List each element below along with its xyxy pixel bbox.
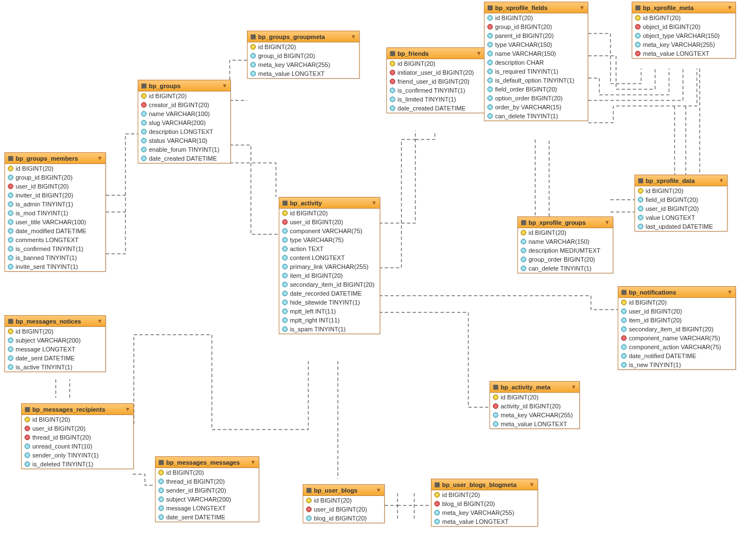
column-row[interactable]: is_default_option TINYINT(1) — [484, 76, 588, 85]
column-row[interactable]: thread_id BIGINT(20) — [22, 433, 133, 442]
column-row[interactable]: can_delete TINYINT(1) — [518, 264, 613, 273]
table-bp_activity_meta[interactable]: ▦bp_activity_meta▼id BIGINT(20)activity_… — [490, 381, 580, 429]
column-row[interactable]: object_type VARCHAR(150) — [632, 31, 735, 40]
column-row[interactable]: id BIGINT(20) — [22, 415, 133, 424]
column-row[interactable]: field_id BIGINT(20) — [635, 195, 727, 204]
column-row[interactable]: description MEDIUMTEXT — [518, 246, 613, 255]
column-row[interactable]: unread_count INT(10) — [22, 442, 133, 451]
table-header[interactable]: ▦bp_messages_messages▼ — [156, 457, 259, 468]
column-row[interactable]: user_id BIGINT(20) — [303, 505, 384, 514]
column-row[interactable]: meta_key VARCHAR(255) — [490, 411, 579, 420]
column-row[interactable]: user_id BIGINT(20) — [635, 204, 727, 213]
table-header[interactable]: ▦bp_messages_notices▼ — [5, 316, 105, 327]
column-row[interactable]: sender_only TINYINT(1) — [22, 451, 133, 460]
column-row[interactable]: id BIGINT(20) — [156, 468, 259, 477]
column-row[interactable]: date_sent DATETIME — [5, 354, 105, 363]
column-row[interactable]: id BIGINT(20) — [138, 91, 230, 100]
table-header[interactable]: ▦bp_xprofile_groups▼ — [518, 217, 613, 228]
column-row[interactable]: slug VARCHAR(200) — [138, 118, 230, 127]
column-row[interactable]: initiator_user_id BIGINT(20) — [387, 68, 484, 77]
column-row[interactable]: enable_forum TINYINT(1) — [138, 145, 230, 154]
collapse-icon[interactable]: ▼ — [250, 459, 256, 465]
collapse-icon[interactable]: ▼ — [476, 50, 482, 56]
column-row[interactable]: user_id BIGINT(20) — [279, 218, 380, 226]
table-bp_user_blogs[interactable]: ▦bp_user_blogs▼id BIGINT(20)user_id BIGI… — [303, 484, 385, 523]
column-row[interactable]: thread_id BIGINT(20) — [156, 477, 259, 486]
column-row[interactable]: object_id BIGINT(20) — [632, 22, 735, 31]
column-row[interactable]: component_name VARCHAR(75) — [618, 334, 735, 343]
column-row[interactable]: name VARCHAR(150) — [484, 49, 588, 58]
column-row[interactable]: id BIGINT(20) — [248, 42, 359, 51]
collapse-icon[interactable]: ▼ — [529, 481, 535, 488]
column-row[interactable]: inviter_id BIGINT(20) — [5, 191, 105, 200]
column-row[interactable]: is_new TINYINT(1) — [618, 360, 735, 369]
column-row[interactable]: item_id BIGINT(20) — [279, 271, 380, 280]
table-bp_notifications[interactable]: ▦bp_notifications▼id BIGINT(20)user_id B… — [618, 286, 736, 370]
table-header[interactable]: ▦bp_messages_recipients▼ — [22, 404, 133, 415]
column-row[interactable]: message LONGTEXT — [5, 345, 105, 354]
collapse-icon[interactable]: ▼ — [125, 406, 130, 412]
collapse-icon[interactable]: ▼ — [97, 155, 103, 161]
table-bp_messages_messages[interactable]: ▦bp_messages_messages▼id BIGINT(20)threa… — [155, 456, 259, 522]
table-header[interactable]: ▦bp_xprofile_fields▼ — [484, 2, 588, 13]
column-row[interactable]: friend_user_id BIGINT(20) — [387, 77, 484, 86]
column-row[interactable]: action TEXT — [279, 244, 380, 253]
column-row[interactable]: primary_link VARCHAR(255) — [279, 262, 380, 271]
collapse-icon[interactable]: ▼ — [604, 219, 610, 225]
column-row[interactable]: id BIGINT(20) — [432, 490, 537, 499]
column-row[interactable]: user_id BIGINT(20) — [22, 424, 133, 433]
column-row[interactable]: secondary_item_id BIGINT(20) — [279, 280, 380, 289]
column-row[interactable]: meta_value LONGTEXT — [432, 517, 537, 526]
column-row[interactable]: comments LONGTEXT — [5, 235, 105, 244]
table-bp_xprofile_meta[interactable]: ▦bp_xprofile_meta▼id BIGINT(20)object_id… — [632, 2, 736, 59]
column-row[interactable]: blog_id BIGINT(20) — [432, 499, 537, 508]
column-row[interactable]: is_confirmed TINYINT(1) — [387, 86, 484, 95]
column-row[interactable]: date_created DATETIME — [138, 154, 230, 163]
table-bp_groups[interactable]: ▦bp_groups▼id BIGINT(20)creator_id BIGIN… — [138, 80, 231, 163]
table-bp_messages_notices[interactable]: ▦bp_messages_notices▼id BIGINT(20)subjec… — [4, 315, 106, 372]
table-bp_groups_groupmeta[interactable]: ▦bp_groups_groupmeta▼id BIGINT(20)group_… — [247, 31, 360, 79]
table-header[interactable]: ▦bp_activity▼ — [279, 197, 380, 209]
column-row[interactable]: meta_key VARCHAR(255) — [632, 40, 735, 49]
column-row[interactable]: group_id BIGINT(20) — [484, 22, 588, 31]
table-header[interactable]: ▦bp_user_blogs▼ — [303, 485, 384, 496]
table-bp_xprofile_data[interactable]: ▦bp_xprofile_data▼id BIGINT(20)field_id … — [634, 175, 728, 232]
collapse-icon[interactable]: ▼ — [571, 384, 576, 390]
column-row[interactable]: date_created DATETIME — [387, 104, 484, 113]
collapse-icon[interactable]: ▼ — [97, 318, 103, 324]
column-row[interactable]: id BIGINT(20) — [5, 327, 105, 336]
column-row[interactable]: is_mod TINYINT(1) — [5, 209, 105, 218]
column-row[interactable]: user_title VARCHAR(100) — [5, 218, 105, 226]
column-row[interactable]: field_order BIGINT(20) — [484, 85, 588, 94]
column-row[interactable]: meta_value LONGTEXT — [632, 49, 735, 58]
column-row[interactable]: component_action VARCHAR(75) — [618, 343, 735, 351]
table-header[interactable]: ▦bp_xprofile_data▼ — [635, 175, 727, 186]
table-bp_xprofile_groups[interactable]: ▦bp_xprofile_groups▼id BIGINT(20)name VA… — [517, 216, 613, 273]
column-row[interactable]: group_id BIGINT(20) — [5, 173, 105, 182]
collapse-icon[interactable]: ▼ — [351, 33, 356, 40]
table-header[interactable]: ▦bp_user_blogs_blogmeta▼ — [432, 479, 537, 490]
column-row[interactable]: can_delete TINYINT(1) — [484, 112, 588, 120]
column-row[interactable]: meta_value LONGTEXT — [490, 420, 579, 428]
collapse-icon[interactable]: ▼ — [371, 200, 377, 206]
column-row[interactable]: sender_id BIGINT(20) — [156, 486, 259, 495]
column-row[interactable]: group_id BIGINT(20) — [248, 51, 359, 60]
column-row[interactable]: blog_id BIGINT(20) — [303, 514, 384, 523]
column-row[interactable]: date_modified DATETIME — [5, 226, 105, 235]
collapse-icon[interactable]: ▼ — [222, 83, 227, 89]
collapse-icon[interactable]: ▼ — [579, 4, 585, 11]
collapse-icon[interactable]: ▼ — [376, 487, 381, 493]
table-header[interactable]: ▦bp_notifications▼ — [618, 287, 735, 298]
column-row[interactable]: group_order BIGINT(20) — [518, 255, 613, 264]
column-row[interactable]: hide_sitewide TINYINT(1) — [279, 298, 380, 307]
column-row[interactable]: is_required TINYINT(1) — [484, 67, 588, 76]
table-bp_activity[interactable]: ▦bp_activity▼id BIGINT(20)user_id BIGINT… — [279, 197, 380, 334]
column-row[interactable]: option_order BIGINT(20) — [484, 94, 588, 103]
column-row[interactable]: is_spam TINYINT(1) — [279, 325, 380, 334]
table-bp_messages_recipients[interactable]: ▦bp_messages_recipients▼id BIGINT(20)use… — [21, 403, 134, 469]
column-row[interactable]: description LONGTEXT — [138, 127, 230, 136]
column-row[interactable]: is_limited TINYINT(1) — [387, 95, 484, 104]
column-row[interactable]: is_admin TINYINT(1) — [5, 200, 105, 209]
table-bp_friends[interactable]: ▦bp_friends▼id BIGINT(20)initiator_user_… — [386, 47, 485, 113]
column-row[interactable]: id BIGINT(20) — [279, 209, 380, 218]
